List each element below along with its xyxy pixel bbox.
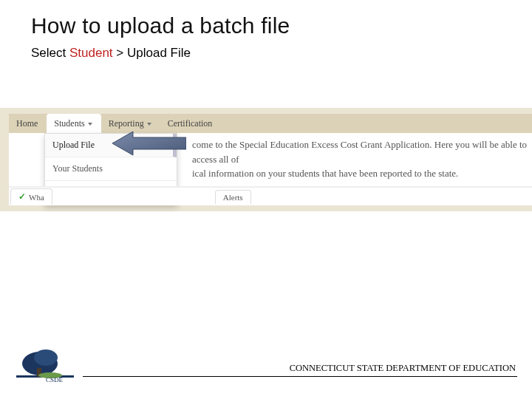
welcome-text: come to the Special Education Excess Cos… <box>192 137 528 181</box>
nav-certification-label: Certification <box>168 118 213 129</box>
dropdown-upload-file[interactable]: Upload File <box>45 134 177 157</box>
tab-alerts-label: Alerts <box>223 193 243 202</box>
svg-point-3 <box>34 349 58 366</box>
welcome-line-1: come to the Special Education Excess Cos… <box>192 137 528 166</box>
dropdown-your-students[interactable]: Your Students <box>45 157 177 181</box>
slide: How to upload a batch file Select Studen… <box>0 0 532 399</box>
tab-alerts[interactable]: Alerts <box>215 190 251 204</box>
nav-reporting[interactable]: Reporting <box>101 114 160 133</box>
chevron-down-icon <box>88 123 92 126</box>
footer: CSDE CONNECTICUT STATE DEPARTMENT OF EDU… <box>16 343 517 384</box>
nav-certification[interactable]: Certification <box>160 114 222 133</box>
nav-reporting-label: Reporting <box>109 118 144 129</box>
app-screenshot: Home Students Reporting Certification Up… <box>0 108 532 211</box>
slide-subtitle: Select Student > Upload File <box>31 46 191 61</box>
tab-whats-new-label: Wha <box>29 193 44 202</box>
nav-students[interactable]: Students <box>47 114 100 133</box>
tabs-row: ✓ Wha Alerts <box>9 186 532 205</box>
app-window: Home Students Reporting Certification Up… <box>9 114 532 205</box>
subtitle-rest: > Upload File <box>113 46 191 60</box>
tab-whats-new[interactable]: ✓ Wha <box>10 188 52 205</box>
csde-logo: CSDE <box>16 343 74 384</box>
nav-students-label: Students <box>54 118 84 129</box>
subtitle-student: Student <box>69 46 113 60</box>
slide-title: How to upload a batch file <box>31 13 290 38</box>
top-nav: Home Students Reporting Certification <box>9 114 532 133</box>
chevron-down-icon <box>147 123 151 126</box>
welcome-line-2: ical information on your students that h… <box>192 166 528 181</box>
logo-text: CSDE <box>46 376 64 383</box>
footer-divider <box>83 376 517 377</box>
nav-home-label: Home <box>16 118 38 129</box>
subtitle-select: Select <box>31 46 69 60</box>
nav-home[interactable]: Home <box>9 114 47 133</box>
footer-text: CONNECTICUT STATE DEPARTMENT OF EDUCATIO… <box>290 363 516 374</box>
check-icon: ✓ <box>18 191 26 202</box>
